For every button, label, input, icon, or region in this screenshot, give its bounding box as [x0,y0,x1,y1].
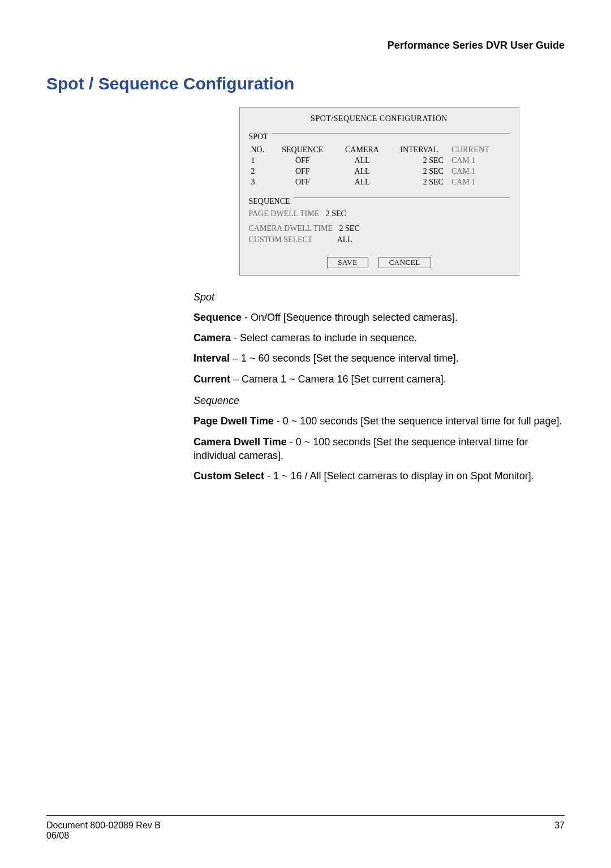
spot-current-text: – Camera 1 ~ Camera 16 [Set current came… [230,373,446,385]
seq-custom-select-label: Custom Select [193,470,264,482]
cell-current[interactable]: CAM 1 [449,177,510,188]
footer-row: Document 800-02089 Rev B 06/08 37 [46,820,565,841]
spot-subhead: Spot [193,290,565,304]
cell-sequence[interactable]: OFF [270,156,335,166]
group-label-wrap: SEQUENCE [249,198,510,207]
cell-interval[interactable]: 2 SEC [389,156,449,166]
cell-no: 1 [249,156,270,166]
save-button[interactable]: SAVE [327,257,368,268]
spot-interval-label: Interval [193,353,230,364]
spot-current-line: Current – Camera 1 ~ Camera 16 [Set curr… [193,372,565,386]
footer-page: 37 [554,820,565,841]
seq-custom-select-line: Custom Select - 1 ~ 16 / All [Select cam… [193,469,565,483]
spot-camera-label: Camera [193,332,231,343]
cell-camera[interactable]: ALL [335,166,389,177]
custom-select-row[interactable]: CUSTOM SELECT ALL [249,235,510,244]
footer-date: 06/08 [46,831,161,841]
camera-dwell-value[interactable]: 2 SEC [339,224,360,233]
spot-sequence-label: Sequence [193,312,242,323]
sequence-group: SEQUENCE PAGE DWELL TIME 2 SEC CAMERA DW… [249,194,510,244]
seq-camera-dwell-line: Camera Dwell Time - 0 ~ 100 seconds [Set… [193,435,565,463]
cell-current[interactable]: CAM 1 [449,156,510,166]
th-no: NO. [249,145,270,156]
spot-group-label: SPOT [249,132,272,141]
page-dwell-row[interactable]: PAGE DWELL TIME 2 SEC [249,209,510,218]
page-root: Performance Series DVR User Guide Spot /… [0,0,611,868]
spot-table: NO. SEQUENCE CAMERA INTERVAL CURRENT 1 O… [249,145,510,188]
spot-sequence-text: - On/Off [Sequence through selected came… [242,312,458,323]
page-dwell-label: PAGE DWELL TIME [249,209,320,218]
sequence-subhead: Sequence [193,394,565,407]
guide-title: Performance Series DVR User Guide [388,40,565,51]
cell-sequence[interactable]: OFF [270,166,335,177]
seq-custom-select-text: - 1 ~ 16 / All [Select cameras to displa… [264,470,534,482]
camera-dwell-label: CAMERA DWELL TIME [249,224,333,233]
spot-current-label: Current [193,373,230,385]
spot-interval-line: Interval – 1 ~ 60 seconds [Set the seque… [193,351,565,365]
page-header: Performance Series DVR User Guide [46,40,565,51]
seq-page-dwell-text: - 0 ~ 100 seconds [Set the sequence inte… [274,415,562,427]
spot-group: SPOT NO. SEQUENCE CAMERA INTERVAL CURREN… [249,129,510,188]
custom-select-value[interactable]: ALL [337,235,352,244]
sequence-group-label: SEQUENCE [249,197,294,206]
th-interval: INTERVAL [389,145,449,156]
seq-camera-dwell-label: Camera Dwell Time [193,436,287,448]
table-row[interactable]: 1 OFF ALL 2 SEC CAM 1 [249,156,510,166]
cell-no: 3 [249,177,270,188]
camera-dwell-row[interactable]: CAMERA DWELL TIME 2 SEC [249,224,510,233]
page-dwell-value[interactable]: 2 SEC [326,209,346,218]
table-row[interactable]: 2 OFF ALL 2 SEC CAM 1 [249,166,510,177]
cancel-button[interactable]: CANCEL [378,257,431,268]
osd-dialog: SPOT/SEQUENCE CONFIGURATION SPOT NO. SEQ… [239,107,519,276]
th-sequence: SEQUENCE [270,145,335,156]
table-row[interactable]: 3 OFF ALL 2 SEC CAM 1 [249,177,510,188]
cell-interval[interactable]: 2 SEC [389,177,449,188]
footer-left: Document 800-02089 Rev B 06/08 [46,820,161,841]
th-camera: CAMERA [335,145,389,156]
footer-rule [46,815,565,816]
cell-no: 2 [249,166,270,177]
th-current: CURRENT [449,145,510,156]
body-copy: Spot Sequence - On/Off [Sequence through… [193,290,565,483]
spot-camera-text: - Select cameras to include in sequence. [231,332,417,343]
footer-doc: Document 800-02089 Rev B [46,820,161,831]
button-row: SAVE CANCEL [249,257,510,268]
page-footer: Document 800-02089 Rev B 06/08 37 [46,815,565,841]
cell-interval[interactable]: 2 SEC [389,166,449,177]
spot-camera-line: Camera - Select cameras to include in se… [193,331,565,345]
seq-page-dwell-line: Page Dwell Time - 0 ~ 100 seconds [Set t… [193,414,565,428]
cell-camera[interactable]: ALL [335,156,389,166]
spot-interval-text: – 1 ~ 60 seconds [Set the sequence inter… [230,353,459,364]
seq-page-dwell-label: Page Dwell Time [193,415,274,427]
cell-current[interactable]: CAM 1 [449,166,510,177]
osd-title: SPOT/SEQUENCE CONFIGURATION [249,114,510,123]
cell-sequence[interactable]: OFF [270,177,335,188]
custom-select-label: CUSTOM SELECT [249,235,313,244]
section-heading: Spot / Sequence Configuration [46,74,565,93]
spot-sequence-line: Sequence - On/Off [Sequence through sele… [193,311,565,324]
spot-table-head: NO. SEQUENCE CAMERA INTERVAL CURRENT [249,145,510,156]
cell-camera[interactable]: ALL [335,177,389,188]
osd-wrap: SPOT/SEQUENCE CONFIGURATION SPOT NO. SEQ… [193,107,565,276]
content-block: SPOT/SEQUENCE CONFIGURATION SPOT NO. SEQ… [193,107,565,483]
group-label-wrap: SPOT [249,134,510,143]
